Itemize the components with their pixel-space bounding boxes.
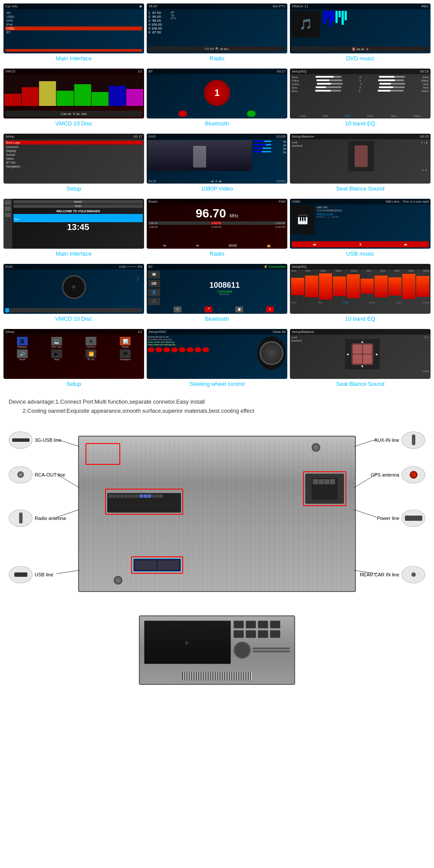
connector-rca-out: RCA-OUT line (9, 466, 65, 483)
screen-item-balance-2: Setup/Balance Loud SubWoof (290, 329, 431, 387)
radio-freq: 96.70 (196, 207, 226, 220)
screen-preview-bt-2: BT⚡ Connected ☎ ⌨ 👤 🎵 1008611 Connected … (147, 264, 287, 314)
screenshot-grid-row2: VMCD1/1 (0, 65, 434, 130)
screenshot-grid-row6: Setup1/2 🖼 Wallpaper 💻 Boot Logo ⚙ Commo… (0, 326, 434, 391)
screenshot-grid-row1: Car Info▶ SD USB1 DVD iPod USB2 BT Main … (0, 0, 434, 65)
screen-item-eq-2: Setup/EQ 32Hz64Hz128Hz256Hz512Hz1kHz2kHz… (290, 264, 431, 322)
screen-item-radio-1: TA BTNO PTY 1 87.50 2 90.00 3 98.00 4 10… (147, 3, 287, 62)
screen-item-balance-1: Setup/Balance00:15 LoudSubWoof Y ✓✗ 11 1… (290, 134, 431, 192)
screen-label-balance-1: Seat Blance Sound (336, 185, 384, 192)
advantage-line2: 2.Cooling oannel:Exquisite appearance,sm… (9, 407, 425, 416)
screen-label-main-interface-1: Main Interface (56, 55, 92, 62)
screenshot-grid-row4: RADIO IPOD WELCOME TO VOLKSWAGEN Navi 13… (0, 195, 434, 260)
screen-item-eq-1: Setup/EQ00:15 32Hz6 64Hz 128Hz2 256Hz 51… (290, 69, 431, 127)
svg-line-4 (354, 439, 377, 447)
screen-preview-main-interface-1: Car Info▶ SD USB1 DVD iPod USB2 BT (3, 3, 144, 53)
screen-item-setup-1: Setup00 17 Boot Logo Common Display Soun… (3, 134, 144, 192)
device-back-panel (78, 436, 356, 592)
screen-item-radio-2: RadioFM2 96.70 MHz 1 92.152 96.703 104.3… (147, 199, 287, 257)
connector-rear-car: REAR CAR IN line (360, 566, 425, 583)
connector-3g-usb: 3G-USB line (9, 431, 61, 449)
device-front-unit: ▶ (139, 615, 295, 685)
screen-preview-balance-2: Setup/Balance Loud SubWoof (290, 329, 431, 379)
info-section: Device advantage:1.Connect Port:Multi fu… (0, 391, 434, 419)
screen-label-setup-2: Setup (66, 381, 81, 387)
connector-usb-line: USB line (9, 566, 53, 583)
connector-radio-antenna: Radio antenna (9, 510, 66, 527)
label-usb-line: USB line (35, 572, 53, 577)
screen-item-bluetooth-1: BT00:17 1 Bluetooth (147, 69, 287, 127)
bt-status: Connected (217, 290, 232, 293)
label-3g-usb: 3G-USB line (35, 437, 61, 443)
screen-item-usb: USB1Will.I.Am - This Is Love.mp3 🎹 will.… (290, 199, 431, 257)
screen-preview-vmcd-1: VMCD1/1 (3, 69, 144, 118)
connector-gps: GPS antenna (371, 466, 425, 483)
screen-label-eq-2: 10 band EQ (345, 316, 375, 322)
vw-time: 13:45 (13, 222, 143, 232)
device-section: 3G-USB line RCA-OUT line Radio antenna U… (0, 419, 434, 608)
screen-label-vmcd-2: VMCD 10 Disc (55, 316, 92, 322)
screen-label-bluetooth-1: Bluetooth (205, 120, 229, 127)
screen-preview-dvd: TRACK 11REC 🎵 (290, 3, 431, 53)
radio-unit: MHz (230, 214, 239, 218)
screen-item-main-interface-1: Car Info▶ SD USB1 DVD iPod USB2 BT Main … (3, 3, 144, 62)
screen-preview-setup-2: Setup1/2 🖼 Wallpaper 💻 Boot Logo ⚙ Commo… (3, 329, 144, 379)
label-power-line: Power line (377, 516, 399, 521)
screen-preview-balance-1: Setup/Balance00:15 LoudSubWoof Y ✓✗ 11 1… (290, 134, 431, 184)
screenshot-grid-row5: DVD1/18 ──── 3% ♪ VMCD 10 Disc BT⚡ Conne… (0, 260, 434, 326)
screen-label-eq-1: 10 band EQ (345, 120, 375, 127)
screen-item-vw-main: RADIO IPOD WELCOME TO VOLKSWAGEN Navi 13… (3, 199, 144, 257)
device-front-screen: ▶ (144, 621, 231, 664)
screen-preview-vmcd-2: DVD1/18 ──── 3% ♪ (3, 264, 144, 314)
screen-preview-radio-2: RadioFM2 96.70 MHz 1 92.152 96.703 104.3… (147, 199, 287, 249)
screen-item-video: DVD1/1/29 45 25 (147, 134, 287, 192)
screen-preview-eq-1: Setup/EQ00:15 32Hz6 64Hz 128Hz2 256Hz 51… (290, 69, 431, 118)
vw-welcome: WELCOME TO VOLKSWAGEN (13, 210, 143, 213)
svg-line-3 (56, 570, 79, 574)
bt-number-display: 1008611 (209, 281, 240, 290)
device-front-section: ▶ (0, 615, 434, 694)
label-radio-antenna: Radio antenna (35, 516, 66, 521)
screen-item-bt-2: BT⚡ Connected ☎ ⌨ 👤 🎵 1008611 Connected … (147, 264, 287, 322)
screw-hole-top (312, 443, 320, 452)
screen-preview-setup-1: Setup00 17 Boot Logo Common Display Soun… (3, 134, 144, 184)
screen-label-setup-1: Setup (66, 185, 81, 192)
screen-label-bt-2: Bluetooth (205, 316, 229, 322)
screen-preview-bluetooth-1: BT00:17 1 (147, 69, 287, 118)
red-rect-top-left (85, 443, 120, 465)
track-label: TRACK 11 (292, 4, 308, 8)
screen-preview-usb: USB1Will.I.Am - This Is Love.mp3 🎹 will.… (290, 199, 431, 249)
screenshot-grid-row3: Setup00 17 Boot Logo Common Display Soun… (0, 130, 434, 195)
screen-item-vmcd-1: VMCD1/1 (3, 69, 144, 127)
label-rca-out: RCA-OUT line (35, 472, 65, 477)
screen-preview-vw-main: RADIO IPOD WELCOME TO VOLKSWAGEN Navi 13… (3, 199, 144, 249)
screen-label-vmcd-1: VMCD 10 Disc (55, 120, 92, 127)
screen-label-radio-1: Radio (210, 55, 224, 62)
advantage-line1: Device advantage:1.Connect Port:Multi fu… (9, 398, 425, 407)
connector-aux-in: AUX-IN line (375, 431, 425, 449)
screen-preview-video: DVD1/1/29 45 25 (147, 134, 287, 184)
barcode (182, 672, 252, 681)
screen-item-vmcd-2: DVD1/18 ──── 3% ♪ VMCD 10 Disc (3, 264, 144, 322)
svg-line-6 (354, 510, 377, 517)
screen-preview-swc: Setup/SWCClear All Choose the key to set… (147, 329, 287, 379)
screen-label-dvd: DVD musci (346, 55, 374, 62)
connector-power: Power line (377, 510, 425, 527)
device-front-controls (233, 621, 290, 664)
screen-label-radio-2: Radio (210, 250, 224, 257)
screen-preview-radio-1: TA BTNO PTY 1 87.50 2 90.00 3 98.00 4 10… (147, 3, 287, 53)
screen-label-balance-2: Seat Blance Sound (336, 381, 384, 387)
screen-label-swc: Steeling wheel control (189, 381, 244, 387)
screen-item-swc: Setup/SWCClear All Choose the key to set… (147, 329, 287, 387)
screen-item-setup-2: Setup1/2 🖼 Wallpaper 💻 Boot Logo ⚙ Commo… (3, 329, 144, 387)
screen-label-usb: USB music (346, 250, 374, 257)
screw-hole-bottom (114, 576, 122, 585)
screen-item-dvd: TRACK 11REC 🎵 (290, 3, 431, 62)
label-gps: GPS antenna (371, 472, 399, 477)
label-rear-car: REAR CAR IN line (360, 572, 399, 577)
screen-preview-eq-2: Setup/EQ 32Hz64Hz128Hz256Hz512Hz1kHz2kHz… (290, 264, 431, 314)
screen-label-vw-main: Main Interface (56, 250, 92, 257)
screen-label-video: 1080P Video (201, 185, 233, 192)
label-aux-in: AUX-IN line (375, 437, 399, 443)
